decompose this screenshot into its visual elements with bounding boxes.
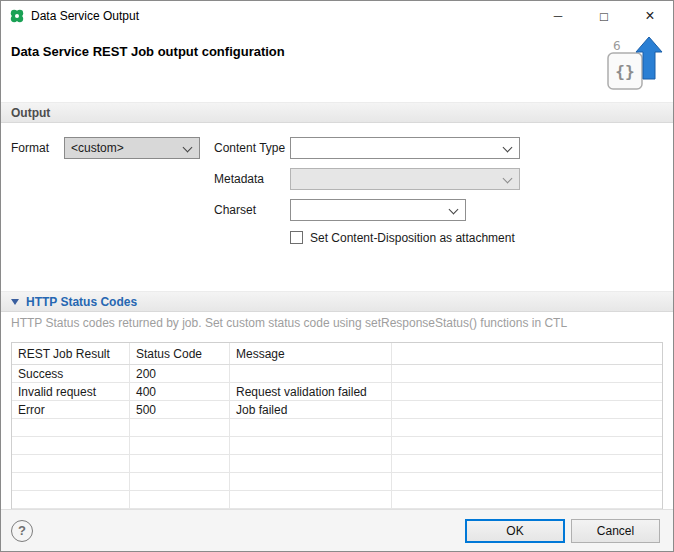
table-cell	[130, 455, 230, 472]
chevron-down-icon	[183, 143, 193, 153]
table-cell	[230, 437, 392, 454]
metadata-select[interactable]	[290, 168, 520, 190]
clover-app-icon	[9, 8, 25, 24]
collapse-arrow-icon	[11, 299, 19, 305]
table-cell	[392, 437, 662, 454]
table-cell	[230, 365, 392, 382]
table-cell	[12, 455, 130, 472]
table-cell	[392, 455, 662, 472]
footer-buttons: OK Cancel	[465, 519, 660, 543]
chevron-down-icon	[503, 174, 513, 184]
http-status-description: HTTP Status codes returned by job. Set c…	[11, 316, 663, 331]
table-cell	[230, 491, 392, 508]
table-row[interactable]	[12, 455, 662, 473]
dialog-window: Data Service Output ─ □ × Data Service R…	[0, 0, 674, 552]
table-cell	[230, 419, 392, 436]
dialog-header: Data Service REST Job output configurati…	[1, 31, 673, 102]
table-cell	[392, 473, 662, 490]
table-row[interactable]: Success200	[12, 365, 662, 383]
table-cell	[130, 419, 230, 436]
table-cell: 400	[130, 383, 230, 400]
table-cell	[392, 383, 662, 400]
table-cell	[392, 419, 662, 436]
http-status-section-header[interactable]: HTTP Status Codes	[1, 291, 673, 312]
close-button[interactable]: ×	[627, 1, 673, 31]
table-header-row: REST Job Result Status Code Message	[12, 343, 662, 365]
table-row[interactable]	[12, 473, 662, 491]
table-row[interactable]	[12, 491, 662, 509]
table-row[interactable]: Error500Job failed	[12, 401, 662, 419]
table-cell	[392, 365, 662, 382]
charset-select[interactable]	[290, 199, 466, 221]
column-header-filler	[392, 343, 662, 364]
status-table-body: Success200Invalid request400Request vali…	[12, 365, 662, 509]
help-icon: ?	[18, 523, 26, 538]
table-cell: Job failed	[230, 401, 392, 418]
metadata-label: Metadata	[214, 172, 264, 186]
table-cell	[392, 401, 662, 418]
table-cell	[12, 437, 130, 454]
table-cell	[12, 491, 130, 508]
table-row[interactable]: Invalid request400Request validation fai…	[12, 383, 662, 401]
table-row[interactable]	[12, 419, 662, 437]
minimize-button[interactable]: ─	[535, 1, 581, 31]
column-header-rest-job-result: REST Job Result	[12, 343, 130, 364]
http-status-section-title: HTTP Status Codes	[26, 295, 137, 309]
minimize-icon: ─	[554, 9, 563, 23]
table-cell: 200	[130, 365, 230, 382]
format-select[interactable]: <custom>	[64, 137, 200, 159]
window-title: Data Service Output	[31, 9, 139, 23]
table-cell	[12, 473, 130, 490]
format-value: <custom>	[71, 141, 124, 155]
output-form: Format <custom> Content Type Metadata Ch…	[1, 123, 673, 291]
window-controls: ─ □ ×	[535, 1, 673, 31]
table-cell: Success	[12, 365, 130, 382]
table-cell: Invalid request	[12, 383, 130, 400]
column-header-status-code: Status Code	[130, 343, 230, 364]
table-cell	[392, 491, 662, 508]
content-type-label: Content Type	[214, 141, 285, 155]
format-label: Format	[11, 141, 49, 155]
output-section-title: Output	[11, 106, 50, 120]
table-cell	[230, 455, 392, 472]
table-cell	[230, 473, 392, 490]
table-cell	[12, 419, 130, 436]
chevron-down-icon	[449, 205, 459, 215]
help-button[interactable]: ?	[11, 520, 33, 542]
chevron-down-icon	[503, 143, 513, 153]
close-icon: ×	[645, 7, 654, 25]
maximize-icon: □	[600, 9, 608, 24]
content-type-select[interactable]	[290, 137, 520, 159]
svg-text:6: 6	[613, 39, 621, 53]
status-table: REST Job Result Status Code Message Succ…	[11, 342, 663, 510]
table-cell	[130, 473, 230, 490]
dialog-heading: Data Service REST Job output configurati…	[11, 44, 285, 59]
content-disposition-label: Set Content-Disposition as attachment	[310, 231, 515, 245]
svg-text:{}: {}	[615, 62, 634, 81]
content-disposition-checkbox[interactable]	[290, 231, 303, 244]
charset-label: Charset	[214, 203, 256, 217]
output-section-header: Output	[1, 102, 673, 123]
column-header-message: Message	[230, 343, 392, 364]
table-row[interactable]	[12, 437, 662, 455]
titlebar: Data Service Output ─ □ ×	[1, 1, 673, 31]
table-cell	[130, 437, 230, 454]
table-cell	[130, 491, 230, 508]
cancel-button[interactable]: Cancel	[571, 519, 660, 543]
maximize-button[interactable]: □	[581, 1, 627, 31]
footer-bar: ? OK Cancel	[1, 509, 673, 551]
table-cell: Error	[12, 401, 130, 418]
table-cell: Request validation failed	[230, 383, 392, 400]
data-service-icon: 6 {}	[605, 35, 663, 95]
table-cell: 500	[130, 401, 230, 418]
ok-button[interactable]: OK	[465, 519, 565, 543]
